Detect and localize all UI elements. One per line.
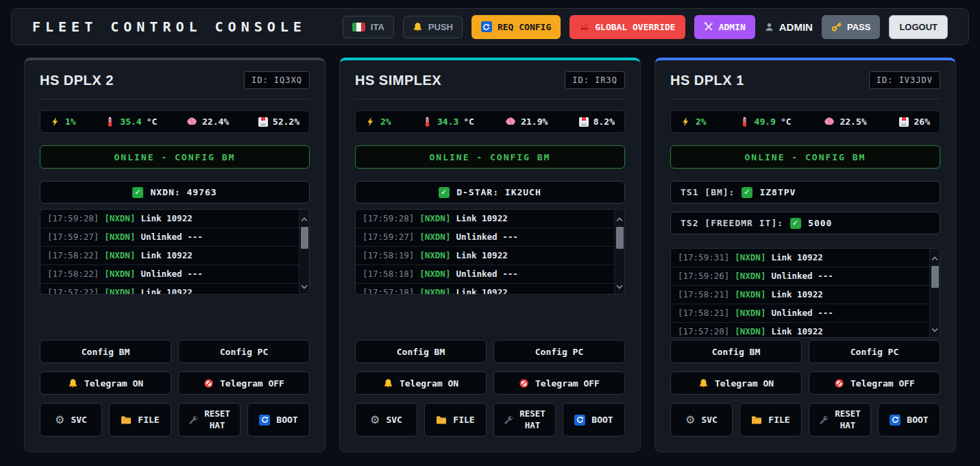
power-stat: 2% (365, 116, 391, 127)
log-panel[interactable]: [17:59:31][NXDN]Link 10922[17:59:26][NXD… (670, 248, 940, 338)
req-config-button[interactable]: REQ CONFIG (471, 15, 561, 39)
scroll-up-icon[interactable] (301, 212, 308, 225)
log-row: [17:57:20][NXDN]Link 10922 (671, 323, 929, 337)
brain-icon (824, 116, 835, 127)
global-override-button[interactable]: GLOBAL OVERRIDE (569, 15, 685, 39)
brain-icon (186, 116, 197, 127)
scroll-down-icon[interactable] (301, 279, 308, 292)
cpu-stat: 22.4% (186, 116, 229, 127)
reset-hat-button[interactable]: RESETHAT (178, 403, 241, 437)
memory-disk-icon (579, 117, 589, 127)
reset-hat-button[interactable]: RESETHAT (493, 403, 556, 437)
file-button[interactable]: FILE (739, 403, 802, 437)
user-bust-icon (764, 22, 774, 32)
config-bm-button[interactable]: Config BM (40, 340, 171, 363)
log-scrollbar[interactable] (929, 249, 940, 337)
wrench-icon (188, 415, 198, 425)
scrollbar-thumb[interactable] (931, 266, 939, 288)
admin-panel-button[interactable]: ADMIN (694, 15, 755, 39)
log-list: [17:59:28][NXDN]Link 10922[17:59:27][NXD… (40, 210, 299, 294)
config-bm-button[interactable]: Config BM (355, 340, 487, 363)
check-icon (132, 187, 143, 198)
log-row: [17:57:18][NXDN]Link 10922 (356, 284, 614, 294)
file-button[interactable]: FILE (424, 403, 487, 437)
card-title: HS DPLX 2 (40, 73, 114, 88)
reset-hat-button[interactable]: RESETHAT (809, 403, 871, 437)
pass-button[interactable]: PASS (822, 15, 880, 39)
telegram-on-button[interactable]: Telegram ON (355, 371, 487, 395)
log-row: [17:59:27][NXDN]Unlinked --- (40, 228, 299, 247)
temperature-stat: 34.3°C (422, 116, 474, 127)
hotspot-card-hs-simplex: HS SIMPLEX ID: IR3Q 2% 34.3°C 21.9% 8.2%… (339, 58, 641, 452)
telegram-off-button[interactable]: Telegram OFF (493, 371, 625, 395)
push-button[interactable]: PUSH (403, 16, 463, 38)
user-indicator: ADMIN (764, 21, 813, 33)
memory-stat: 26% (899, 116, 929, 127)
scrollbar-thumb[interactable] (301, 227, 308, 249)
gear-icon: ⚙ (685, 415, 695, 426)
divider (355, 99, 625, 99)
temperature-stat: 35.4°C (105, 116, 157, 127)
memory-stat: 52.2% (258, 116, 299, 127)
status-badge: ONLINE - CONFIG BM (355, 145, 625, 169)
log-panel[interactable]: [17:59:28][NXDN]Link 10922[17:59:27][NXD… (355, 209, 625, 295)
refresh-icon (890, 415, 901, 426)
no-entry-icon (834, 378, 844, 389)
app-header: FLEET CONTROL CONSOLE ITA PUSH REQ CONFI… (11, 8, 969, 45)
card-actions: Config BM Config PC Telegram ON Telegram… (670, 340, 940, 437)
bell-icon (413, 22, 423, 32)
config-pc-button[interactable]: Config PC (493, 340, 625, 363)
log-row: [17:58:19][NXDN]Link 10922 (356, 247, 614, 265)
bell-icon (383, 378, 393, 389)
zap-icon (50, 116, 60, 127)
stats-bar: 2% 49.9°C 22.5% 26% (670, 110, 940, 133)
boot-button[interactable]: BOOT (563, 403, 625, 437)
logout-button[interactable]: LOGOUT (889, 15, 948, 39)
memory-disk-icon (258, 117, 268, 127)
divider (670, 99, 940, 99)
memory-stat: 8.2% (579, 116, 615, 127)
log-row: [17:59:27][NXDN]Unlinked --- (356, 228, 614, 247)
file-button[interactable]: FILE (109, 403, 171, 437)
cpu-stat: 21.9% (505, 116, 548, 127)
config-bm-button[interactable]: Config BM (670, 340, 802, 363)
status-badge: ONLINE - CONFIG BM (40, 145, 310, 169)
hotspot-card-hs-dplx-1: HS DPLX 1 ID: IV3JDV 2% 49.9°C 22.5% 26%… (654, 58, 956, 452)
telegram-off-button[interactable]: Telegram OFF (809, 371, 940, 395)
telegram-on-button[interactable]: Telegram ON (40, 371, 171, 395)
log-row: [17:59:31][NXDN]Link 10922 (671, 249, 929, 267)
thermometer-icon (105, 116, 115, 127)
log-row: [17:59:26][NXDN]Unlinked --- (671, 267, 929, 286)
zap-icon (681, 116, 691, 127)
card-title: HS DPLX 1 (670, 73, 744, 88)
scroll-up-icon[interactable] (616, 212, 623, 225)
config-pc-button[interactable]: Config PC (178, 340, 310, 363)
telegram-on-button[interactable]: Telegram ON (670, 371, 802, 395)
log-row: [17:58:22][NXDN]Unlinked --- (40, 265, 299, 284)
telegram-off-button[interactable]: Telegram OFF (178, 371, 310, 395)
siren-icon (579, 22, 589, 32)
boot-button[interactable]: BOOT (247, 403, 310, 437)
power-stat: 2% (681, 116, 707, 127)
svc-button[interactable]: ⚙SVC (40, 403, 102, 437)
stats-bar: 2% 34.3°C 21.9% 8.2% (355, 110, 625, 133)
scroll-down-icon[interactable] (616, 279, 623, 292)
boot-button[interactable]: BOOT (878, 403, 940, 437)
scroll-up-icon[interactable] (931, 251, 938, 264)
log-row: [17:58:21][NXDN]Link 10922 (671, 286, 929, 304)
scrollbar-thumb[interactable] (616, 227, 624, 249)
log-panel[interactable]: [17:59:28][NXDN]Link 10922[17:59:27][NXD… (40, 209, 310, 295)
device-id-badge: ID: IQ3XQ (244, 71, 310, 89)
config-pc-button[interactable]: Config PC (809, 340, 940, 363)
log-scrollbar[interactable] (299, 210, 309, 294)
header-actions: ITA PUSH REQ CONFIG GLOBAL OVERRIDE ADMI… (343, 15, 948, 39)
svc-button[interactable]: ⚙SVC (355, 403, 417, 437)
temperature-stat: 49.9°C (739, 116, 792, 127)
stats-bar: 1% 35.4°C 22.4% 52.2% (40, 110, 310, 133)
no-entry-icon (519, 378, 529, 389)
log-scrollbar[interactable] (614, 210, 624, 294)
language-button[interactable]: ITA (343, 16, 394, 38)
scroll-down-icon[interactable] (931, 322, 938, 335)
svc-button[interactable]: ⚙SVC (670, 403, 733, 437)
memory-disk-icon (899, 117, 909, 127)
